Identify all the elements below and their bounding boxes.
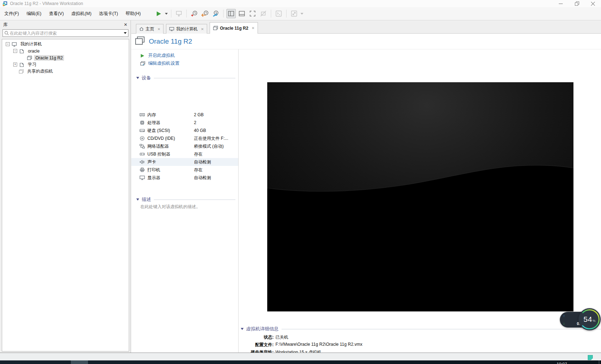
tree-item-oracle-folder[interactable]: − oracle bbox=[2, 48, 129, 54]
vm-console-preview[interactable] bbox=[267, 82, 573, 311]
device-row-display[interactable]: 显示器 自动检测 bbox=[131, 174, 238, 182]
vm-icon bbox=[135, 36, 145, 47]
main-area: 主页 ✕ 我的计算机 ✕ Oracle 11g R2 ✕ Oracle 1 bbox=[131, 20, 601, 353]
revert-snapshot-button[interactable] bbox=[200, 9, 210, 18]
detail-label: 配置文件: bbox=[241, 342, 274, 348]
tab-close-icon[interactable]: ✕ bbox=[157, 27, 160, 31]
tab-close-icon[interactable]: ✕ bbox=[201, 27, 204, 31]
tree-item-my-computer[interactable]: − 我的计算机 bbox=[2, 41, 129, 48]
collapse-icon[interactable]: − bbox=[6, 42, 10, 46]
titlebar: Oracle 11g R2 - VMware Workstation bbox=[0, 0, 601, 7]
taskbar-active-button[interactable] bbox=[71, 360, 88, 364]
network-monitor-widget[interactable]: ↑ 0 K/s ↓ 0.3 K/s 54% bbox=[560, 308, 601, 330]
restore-button[interactable] bbox=[569, 0, 585, 7]
collapse-icon[interactable]: − bbox=[13, 49, 17, 53]
cd-dvd-icon bbox=[140, 136, 145, 141]
taskbar-clock[interactable]: 10:07 bbox=[557, 362, 567, 364]
harddisk-icon bbox=[140, 128, 145, 133]
computer-icon bbox=[169, 27, 174, 31]
menu-file[interactable]: 文件(F) bbox=[1, 9, 22, 18]
tab-strip: 主页 ✕ 我的计算机 ✕ Oracle 11g R2 ✕ bbox=[131, 20, 601, 34]
tab-oracle-11g-r2[interactable]: Oracle 11g R2 ✕ bbox=[210, 22, 258, 34]
download-arrow-icon: ↓ bbox=[563, 321, 567, 325]
snapshot-manager-button[interactable] bbox=[211, 9, 220, 18]
free-stretch-button[interactable] bbox=[289, 9, 299, 18]
device-row-sound-card[interactable]: 声卡 自动检测 bbox=[131, 158, 238, 166]
vm-commands-panel: 开启此虚拟机 编辑虚拟机设置 设备 内存 bbox=[131, 49, 239, 353]
home-icon bbox=[139, 27, 144, 31]
detail-label: 状态: bbox=[241, 334, 274, 340]
toolbar-separator bbox=[171, 10, 171, 18]
sound-card-icon bbox=[140, 159, 145, 164]
collapse-triangle-icon[interactable] bbox=[136, 198, 139, 201]
shared-vms-icon bbox=[19, 69, 24, 74]
vm-name: Oracle 11g R2 bbox=[149, 38, 192, 45]
edit-settings-link[interactable]: 编辑虚拟机设置 bbox=[140, 60, 180, 67]
minimize-button[interactable] bbox=[553, 0, 569, 7]
menu-vm[interactable]: 虚拟机(M) bbox=[68, 9, 94, 18]
device-row-usb-controller[interactable]: USB 控制器 存在 bbox=[131, 150, 238, 158]
vm-icon bbox=[213, 26, 218, 30]
usb-controller-icon bbox=[140, 152, 145, 157]
toolbar-separator bbox=[286, 10, 287, 18]
library-tree: − 我的计算机 − oracle Oracle 11g R2 + bbox=[2, 39, 129, 351]
take-snapshot-button[interactable] bbox=[190, 9, 199, 18]
vm-icon bbox=[27, 55, 32, 60]
device-row-printer[interactable]: 打印机 存在 bbox=[131, 166, 238, 174]
tab-my-computer[interactable]: 我的计算机 ✕ bbox=[166, 24, 207, 34]
console-view-button[interactable] bbox=[274, 9, 283, 18]
send-ctrl-alt-del-button[interactable] bbox=[174, 9, 184, 18]
show-library-button[interactable] bbox=[226, 9, 236, 18]
stretch-options-caret-icon[interactable] bbox=[300, 13, 303, 15]
window-title: Oracle 11g R2 - VMware Workstation bbox=[10, 1, 83, 6]
power-on-button[interactable] bbox=[154, 9, 163, 18]
devices-section-header[interactable]: 设备 bbox=[136, 75, 235, 81]
close-button[interactable] bbox=[585, 0, 601, 7]
search-input[interactable] bbox=[9, 30, 124, 36]
edit-settings-icon bbox=[140, 61, 146, 66]
device-row-processor[interactable]: 处理器 2 bbox=[131, 119, 238, 127]
unity-mode-button[interactable] bbox=[259, 9, 268, 18]
device-row-memory[interactable]: 内存 2 GB bbox=[131, 111, 238, 119]
memory-icon bbox=[140, 112, 145, 117]
menu-help[interactable]: 帮助(H) bbox=[122, 9, 144, 18]
menu-edit[interactable]: 编辑(E) bbox=[23, 9, 45, 18]
tab-close-icon[interactable]: ✕ bbox=[251, 26, 254, 30]
tree-item-oracle-11g-r2[interactable]: Oracle 11g R2 bbox=[2, 54, 129, 61]
power-on-link[interactable]: 开启此虚拟机 bbox=[140, 53, 175, 59]
show-thumbnail-bar-button[interactable] bbox=[237, 9, 246, 18]
description-section-header[interactable]: 描述 bbox=[136, 196, 235, 203]
power-options-caret-icon[interactable] bbox=[165, 13, 168, 15]
memory-usage-ball[interactable]: 54% bbox=[578, 308, 601, 330]
menu-tabs[interactable]: 选项卡(T) bbox=[96, 9, 121, 18]
vm-summary-page: Oracle 11g R2 开启此虚拟机 编辑虚拟机设置 设备 bbox=[131, 34, 601, 353]
description-placeholder[interactable]: 在此处键入对该虚拟机的描述。 bbox=[140, 204, 200, 210]
detail-value-status: 已关机 bbox=[275, 334, 601, 340]
library-search[interactable] bbox=[3, 29, 128, 37]
toolbar-separator bbox=[223, 10, 224, 18]
show-desktop-divider[interactable] bbox=[599, 360, 599, 364]
collapse-triangle-icon[interactable] bbox=[241, 328, 244, 330]
play-icon bbox=[140, 54, 146, 58]
tab-home[interactable]: 主页 ✕ bbox=[136, 24, 163, 34]
search-dropdown-icon[interactable] bbox=[124, 32, 127, 34]
vmware-logo-icon bbox=[3, 1, 8, 6]
library-close-icon[interactable]: ✕ bbox=[124, 23, 127, 27]
device-row-network-adapter[interactable]: 网络适配器 桥接模式 (自动) bbox=[131, 142, 238, 150]
tree-item-study-folder[interactable]: + 学习 bbox=[2, 61, 129, 68]
detail-value-config-file: F:\VMware\Oracle 11g R2\Oracle 11g R2.vm… bbox=[275, 342, 601, 348]
library-panel: 库 ✕ − 我的计算机 − oracle bbox=[0, 20, 131, 353]
device-row-cd-dvd[interactable]: CD/DVD (IDE) 正在使用文件 F:... bbox=[131, 134, 238, 142]
expand-icon[interactable]: + bbox=[13, 63, 17, 67]
taskbar[interactable]: 10:07 bbox=[0, 360, 601, 364]
toolbar bbox=[153, 9, 304, 18]
toolbar-separator bbox=[271, 10, 271, 18]
menu-view[interactable]: 查看(V) bbox=[46, 9, 67, 18]
toolbar-separator bbox=[186, 10, 187, 18]
vm-details-header[interactable]: 虚拟机详细信息 bbox=[241, 326, 601, 332]
enter-fullscreen-button[interactable] bbox=[248, 9, 257, 18]
device-row-harddisk[interactable]: 硬盘 (SCSI) 40 GB bbox=[131, 127, 238, 134]
tree-item-shared-vms[interactable]: 共享的虚拟机 bbox=[2, 68, 129, 75]
collapse-triangle-icon[interactable] bbox=[136, 77, 139, 79]
sticky-note-icon[interactable] bbox=[588, 355, 593, 360]
